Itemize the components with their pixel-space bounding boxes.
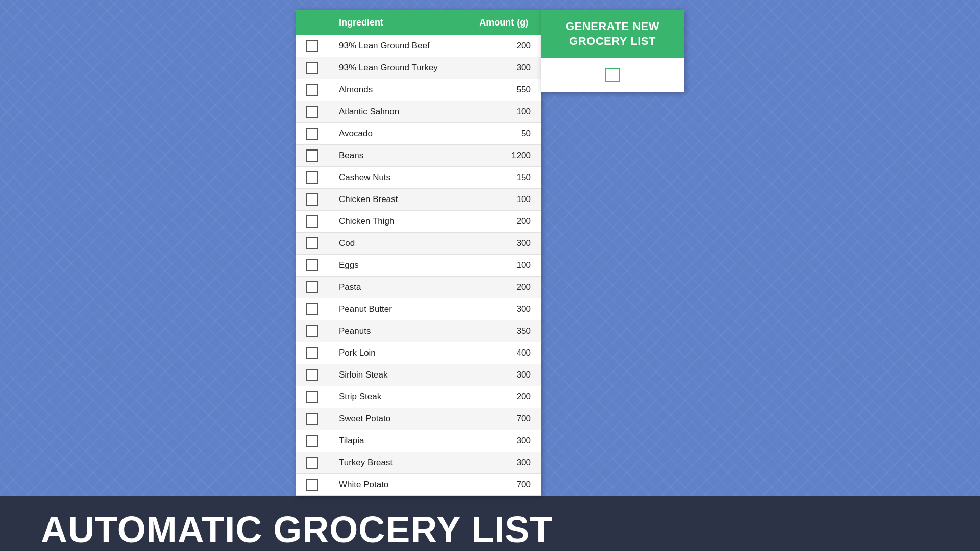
row-amount: 300	[467, 452, 541, 474]
table-row: Peanut Butter300	[296, 298, 541, 320]
row-checkbox[interactable]	[306, 259, 318, 271]
row-amount: 300	[467, 57, 541, 79]
row-ingredient: Peanuts	[329, 320, 467, 342]
row-ingredient: Sirloin Steak	[329, 364, 467, 386]
row-ingredient: Almonds	[329, 79, 467, 101]
table-wrapper: Ingredient Amount (g) 93% Lean Ground Be…	[296, 10, 541, 496]
row-checkbox-cell	[296, 145, 329, 167]
row-amount: 200	[467, 277, 541, 298]
row-checkbox-cell	[296, 167, 329, 189]
row-ingredient: Peanut Butter	[329, 298, 467, 320]
row-ingredient: White Potato	[329, 474, 467, 496]
table-row: 93% Lean Ground Turkey300	[296, 57, 541, 79]
row-checkbox[interactable]	[306, 237, 318, 249]
row-checkbox-cell	[296, 474, 329, 496]
row-ingredient: Cod	[329, 233, 467, 255]
generate-panel: GENERATE NEW GROCERY LIST	[541, 10, 684, 92]
row-checkbox-cell	[296, 57, 329, 79]
row-amount: 150	[467, 167, 541, 189]
row-amount: 1200	[467, 145, 541, 167]
content-container: Ingredient Amount (g) 93% Lean Ground Be…	[296, 10, 684, 496]
table-row: Sirloin Steak300	[296, 364, 541, 386]
row-checkbox[interactable]	[306, 40, 318, 52]
table-row: Pork Loin400	[296, 342, 541, 364]
row-ingredient: Atlantic Salmon	[329, 101, 467, 123]
row-amount: 200	[467, 211, 541, 233]
row-checkbox[interactable]	[306, 369, 318, 381]
row-amount: 50	[467, 123, 541, 145]
row-checkbox[interactable]	[306, 215, 318, 228]
row-checkbox-cell	[296, 35, 329, 57]
table-row: Cod300	[296, 233, 541, 255]
row-checkbox[interactable]	[306, 303, 318, 315]
col-ingredient-header: Ingredient	[329, 10, 467, 35]
main-area: Ingredient Amount (g) 93% Lean Ground Be…	[0, 0, 980, 496]
table-row: Tilapia300	[296, 430, 541, 452]
row-checkbox[interactable]	[306, 106, 318, 118]
row-checkbox[interactable]	[306, 325, 318, 337]
bottom-bar: AUTOMATIC GROCERY LIST Generate a grocer…	[0, 496, 980, 551]
row-ingredient: Avocado	[329, 123, 467, 145]
row-checkbox-cell	[296, 298, 329, 320]
table-row: Sweet Potato700	[296, 408, 541, 430]
row-ingredient: Pork Loin	[329, 342, 467, 364]
table-row: Eggs100	[296, 255, 541, 277]
table-row: Turkey Breast300	[296, 452, 541, 474]
row-checkbox[interactable]	[306, 84, 318, 96]
row-checkbox-cell	[296, 320, 329, 342]
row-amount: 300	[467, 298, 541, 320]
row-checkbox[interactable]	[306, 413, 318, 425]
row-checkbox[interactable]	[306, 347, 318, 359]
table-row: Almonds550	[296, 79, 541, 101]
row-ingredient: Sweet Potato	[329, 408, 467, 430]
row-checkbox-cell	[296, 408, 329, 430]
row-checkbox[interactable]	[306, 193, 318, 206]
row-amount: 300	[467, 233, 541, 255]
row-checkbox[interactable]	[306, 128, 318, 140]
row-ingredient: Tilapia	[329, 430, 467, 452]
generate-checkbox[interactable]	[605, 68, 620, 82]
row-checkbox-cell	[296, 430, 329, 452]
generate-button[interactable]: GENERATE NEW GROCERY LIST	[541, 10, 684, 58]
row-ingredient: 93% Lean Ground Beef	[329, 35, 467, 57]
row-ingredient: 93% Lean Ground Turkey	[329, 57, 467, 79]
row-amount: 700	[467, 408, 541, 430]
generate-line1: GENERATE NEW	[566, 20, 659, 33]
table-row: Chicken Thigh200	[296, 211, 541, 233]
row-checkbox[interactable]	[306, 62, 318, 74]
row-amount: 300	[467, 364, 541, 386]
row-checkbox-cell	[296, 211, 329, 233]
row-checkbox[interactable]	[306, 479, 318, 491]
row-ingredient: Eggs	[329, 255, 467, 277]
generate-content	[541, 58, 684, 92]
row-checkbox[interactable]	[306, 435, 318, 447]
row-checkbox-cell	[296, 342, 329, 364]
row-checkbox-cell	[296, 452, 329, 474]
row-checkbox[interactable]	[306, 281, 318, 293]
row-checkbox[interactable]	[306, 457, 318, 469]
row-checkbox[interactable]	[306, 149, 318, 162]
row-checkbox-cell	[296, 255, 329, 277]
row-checkbox-cell	[296, 101, 329, 123]
grocery-table: Ingredient Amount (g) 93% Lean Ground Be…	[296, 10, 541, 496]
row-checkbox-cell	[296, 79, 329, 101]
table-row: 93% Lean Ground Beef200	[296, 35, 541, 57]
table-row: Beans1200	[296, 145, 541, 167]
row-checkbox[interactable]	[306, 171, 318, 184]
row-amount: 700	[467, 474, 541, 496]
row-checkbox-cell	[296, 189, 329, 211]
row-checkbox-cell	[296, 277, 329, 298]
row-amount: 100	[467, 255, 541, 277]
table-row: Peanuts350	[296, 320, 541, 342]
generate-line2: GROCERY LIST	[569, 35, 656, 47]
row-ingredient: Strip Steak	[329, 386, 467, 408]
row-checkbox-cell	[296, 386, 329, 408]
table-row: Pasta200	[296, 277, 541, 298]
row-ingredient: Chicken Thigh	[329, 211, 467, 233]
row-checkbox[interactable]	[306, 391, 318, 403]
row-checkbox-cell	[296, 123, 329, 145]
table-row: Cashew Nuts150	[296, 167, 541, 189]
row-ingredient: Chicken Breast	[329, 189, 467, 211]
col-check-header	[296, 10, 329, 35]
row-amount: 100	[467, 101, 541, 123]
